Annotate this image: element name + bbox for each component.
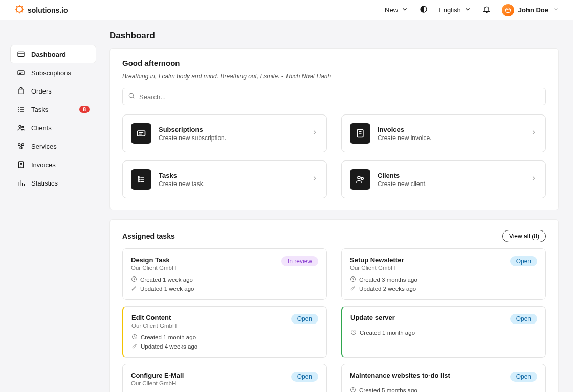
pencil-icon [131,343,138,350]
svg-point-5 [19,125,21,127]
svg-point-2 [505,8,510,12]
action-tasks[interactable]: Tasks Create new task. [122,160,327,198]
task-title: Setup Newsletter [350,256,404,264]
action-title: Invoices [378,126,523,133]
sidebar-item-invoices[interactable]: Invoices [10,155,96,174]
user-menu[interactable]: John Doe [502,4,559,16]
chevron-down-icon [464,6,471,14]
svg-point-0 [16,6,23,12]
task-created: Created 3 months ago [350,276,537,283]
sidebar-item-label: Statistics [31,179,58,187]
search-icon [128,92,135,101]
clock-icon [350,276,356,283]
svg-point-6 [22,126,24,128]
sidebar-item-label: Services [31,143,57,150]
language-label: English [439,6,461,14]
sidebar: Dashboard Subscriptions Orders Tasks 8 C… [0,20,102,392]
tasks-card-icon [131,169,151,190]
tasks-icon [17,105,25,113]
clients-icon [17,124,25,132]
action-subscriptions[interactable]: Subscriptions Create new subscription. [122,114,327,152]
sidebar-item-statistics[interactable]: Statistics [10,174,96,192]
task-created: Created 5 months ago [350,387,537,392]
sidebar-item-label: Tasks [31,106,48,113]
task-client: Our Client GmbH [131,265,176,271]
svg-rect-4 [18,71,24,75]
quick-actions: Subscriptions Create new subscription. I… [122,114,546,198]
task-card[interactable]: Edit ContentOur Client GmbHOpenCreated 1… [122,306,327,358]
invoices-icon [17,160,25,169]
action-title: Tasks [159,172,304,179]
action-sub: Create new invoice. [378,134,523,142]
dashboard-icon [17,50,25,58]
notifications-button[interactable] [482,5,491,15]
invoice-card-icon [350,123,370,144]
task-created: Created 1 month ago [131,334,318,341]
chevron-down-icon [553,6,559,14]
search-input[interactable] [139,93,540,101]
svg-point-17 [358,176,360,179]
greeting-text: Good afternoon [122,59,546,67]
task-updated: Updated 4 weeks ago [131,343,318,350]
svg-point-15 [138,179,140,180]
action-sub: Create new client. [378,180,523,188]
sidebar-item-orders[interactable]: Orders [10,82,96,100]
task-created: Created 1 month ago [350,329,537,336]
task-status-badge: Open [510,256,537,266]
svg-point-16 [138,181,140,182]
assigned-tasks-panel: Assigned tasks View all (8) Design TaskO… [109,219,559,392]
language-dropdown[interactable]: English [439,6,471,14]
statistics-icon [17,179,25,187]
user-name: John Doe [518,6,548,14]
brand-logo[interactable]: solutions.io [14,4,68,16]
sidebar-item-dashboard[interactable]: Dashboard [10,45,96,63]
pencil-icon [131,285,137,292]
view-all-button[interactable]: View all (8) [502,230,546,242]
section-title: Assigned tasks [122,232,502,240]
task-title: Edit Content [131,314,177,321]
task-card[interactable]: Maintenance websites to-do listOpenCreat… [341,364,546,392]
brand-icon [14,4,25,16]
task-title: Update server [350,314,395,321]
task-status-badge: Open [510,372,537,382]
task-updated: Updated 2 weeks ago [350,285,537,292]
task-status-badge: Open [291,314,318,324]
task-client: Our Client GmbH [350,265,404,271]
svg-point-9 [20,147,22,149]
sidebar-item-subscriptions[interactable]: Subscriptions [10,63,96,82]
pencil-icon [350,285,356,292]
task-card[interactable]: Update serverOpenCreated 1 month ago [341,306,546,358]
chevron-down-icon [401,6,408,14]
page-title: Dashboard [109,31,559,41]
action-title: Clients [378,172,523,179]
task-updated: Updated 1 week ago [131,285,318,292]
clock-icon [131,334,138,341]
app-header: solutions.io New English John Doe [0,0,573,20]
tasks-badge: 8 [79,106,90,113]
svg-point-11 [129,93,133,97]
task-grid: Design TaskOur Client GmbHIn reviewCreat… [122,248,546,392]
task-status-badge: In review [281,256,318,266]
action-clients[interactable]: Clients Create new client. [341,160,546,198]
task-created: Created 1 week ago [131,276,318,283]
greeting-panel: Good afternoon Breathing in, I calm body… [109,48,559,210]
action-invoices[interactable]: Invoices Create new invoice. [341,114,546,152]
task-card[interactable]: Configure E-MailOur Client GmbHOpenCreat… [122,364,327,392]
sidebar-item-tasks[interactable]: Tasks 8 [10,100,96,119]
task-status-badge: Open [291,372,318,382]
orders-icon [17,87,25,95]
search-box[interactable] [122,88,546,105]
sidebar-item-clients[interactable]: Clients [10,119,96,137]
task-title: Configure E-Mail [131,372,184,379]
theme-toggle[interactable] [420,5,428,15]
task-card[interactable]: Design TaskOur Client GmbHIn reviewCreat… [122,248,327,300]
quote-text: Breathing in, I calm body and mind. Brea… [122,73,546,80]
avatar [502,4,514,16]
sidebar-item-services[interactable]: Services [10,137,96,155]
clock-icon [350,387,356,392]
clients-card-icon [350,169,370,190]
sidebar-item-label: Dashboard [31,51,66,58]
task-card[interactable]: Setup NewsletterOur Client GmbHOpenCreat… [341,248,546,300]
clock-icon [350,329,357,336]
new-dropdown[interactable]: New [385,6,408,14]
